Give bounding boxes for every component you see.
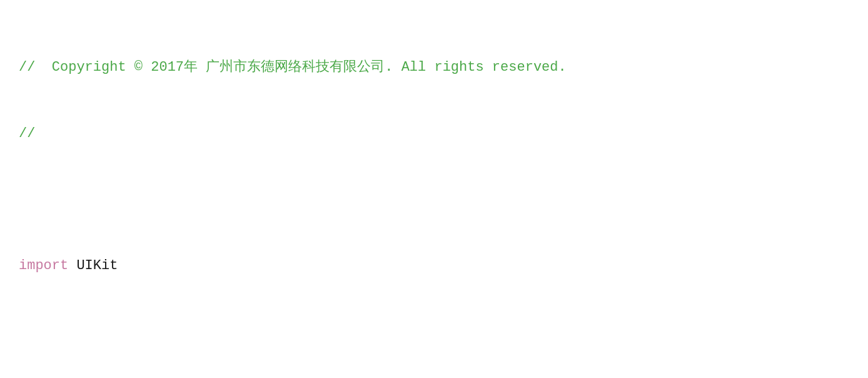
code-line-blank-2 [19, 321, 849, 343]
import-uikit: UIKit [68, 258, 118, 273]
keyword-import: import [19, 258, 68, 273]
comment-copyright: // Copyright © 2017年 广州市东德网络科技有限公司. All … [19, 59, 567, 75]
code-editor: // Copyright © 2017年 广州市东德网络科技有限公司. All … [19, 13, 849, 378]
code-line-import: import UIKit [19, 255, 849, 277]
code-line-blank-1 [19, 189, 849, 211]
code-line-1: // Copyright © 2017年 广州市东德网络科技有限公司. All … [19, 56, 849, 78]
code-line-2: // [19, 123, 849, 145]
comment-slash: // [19, 126, 35, 141]
